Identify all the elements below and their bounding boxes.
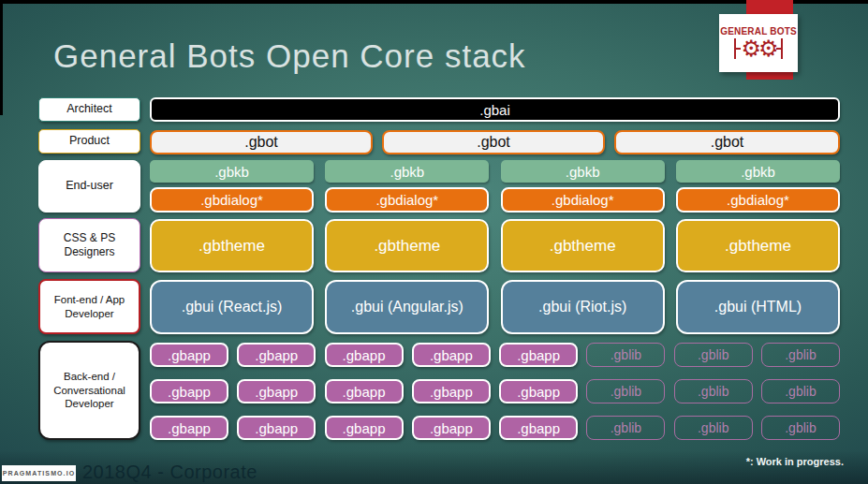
role-label-architect: Architect	[38, 97, 140, 122]
gbui-html-box: .gbui (HTML)	[676, 280, 840, 334]
pragmatismo-brand-badge: PRAGMATISMO.IO	[2, 465, 76, 481]
gbkb-row: .gbkb .gbkb .gbkb .gbkb	[150, 160, 840, 183]
slide-title: General Bots Open Core stack	[53, 37, 526, 75]
gblib-box: .gblib	[586, 343, 665, 367]
work-in-progress-footnote: *: Work in progress.	[746, 456, 844, 467]
left-black-notch	[0, 0, 3, 115]
general-bots-logo: GENERAL BOTS ⚙ ⚙	[719, 14, 798, 72]
gbapp-box: .gbapp	[499, 343, 578, 367]
gbkb-box: .gbkb	[325, 160, 489, 183]
backend-row-1: .gbapp .gbapp .gbapp .gbapp .gbapp .gbli…	[150, 343, 840, 367]
gbapp-box: .gbapp	[150, 343, 228, 367]
gbkb-box: .gbkb	[150, 160, 314, 183]
gbkb-box: .gbkb	[676, 160, 840, 183]
gears-icon: ⚙ ⚙	[734, 37, 782, 60]
gbapp-box: .gbapp	[237, 379, 316, 403]
footer-text: 2018Q4 - Corporate	[82, 462, 257, 483]
gbapp-box: .gbapp	[150, 416, 228, 440]
gbot-row: .gbot .gbot .gbot	[150, 130, 840, 154]
gblib-box: .gblib	[761, 343, 840, 367]
gear-icon: ⚙	[758, 37, 776, 60]
backend-row-2: .gbapp .gbapp .gbapp .gbapp .gbapp .gbli…	[150, 379, 840, 403]
gbapp-box: .gbapp	[150, 379, 228, 403]
gbui-react-box: .gbui (React.js)	[150, 280, 314, 334]
gbai-box: .gbai	[150, 97, 840, 122]
role-label-end-user: End-user	[38, 160, 140, 213]
gear-icon: ⚙	[741, 37, 758, 60]
gbkb-box: .gbkb	[501, 160, 665, 183]
gbtheme-row: .gbtheme .gbtheme .gbtheme .gbtheme	[150, 219, 840, 272]
gbtheme-box: .gbtheme	[325, 219, 489, 272]
gbtheme-box: .gbtheme	[150, 219, 314, 272]
gbapp-box: .gbapp	[412, 343, 491, 367]
role-label-backend: Back-end / Conversational Developer	[38, 341, 140, 440]
gbdialog-box: .gbdialog*	[325, 187, 489, 213]
gbdialog-row: .gbdialog* .gbdialog* .gbdialog* .gbdial…	[150, 187, 840, 213]
role-label-frontend: Font-end / App Developer	[38, 279, 140, 334]
gbui-riot-box: .gbui (Riot.js)	[501, 280, 665, 334]
gbdialog-box: .gbdialog*	[676, 187, 840, 213]
gbui-angular-box: .gbui (Angular.js)	[325, 280, 489, 334]
gbai-row: .gbai	[150, 97, 840, 122]
gbtheme-box: .gbtheme	[676, 219, 840, 272]
gblib-box: .gblib	[674, 416, 753, 440]
gbapp-box: .gbapp	[325, 416, 404, 440]
gbapp-box: .gbapp	[325, 343, 404, 367]
gbot-box: .gbot	[614, 130, 840, 154]
role-label-product: Product	[38, 129, 140, 154]
gblib-box: .gblib	[586, 379, 665, 403]
gbapp-box: .gbapp	[499, 416, 578, 440]
role-label-designers: CSS & PS Designers	[38, 218, 140, 272]
gblib-box: .gblib	[586, 416, 665, 440]
gbapp-box: .gbapp	[237, 416, 316, 440]
gbapp-box: .gbapp	[237, 343, 316, 367]
gbot-box: .gbot	[150, 130, 373, 154]
gbdialog-box: .gbdialog*	[150, 187, 314, 213]
gbapp-box: .gbapp	[499, 379, 578, 403]
gblib-box: .gblib	[761, 416, 840, 440]
gblib-box: .gblib	[674, 379, 753, 403]
gblib-box: .gblib	[674, 343, 753, 367]
gbot-box: .gbot	[382, 130, 605, 154]
top-black-bar	[0, 0, 868, 4]
gbapp-box: .gbapp	[412, 416, 491, 440]
gblib-box: .gblib	[761, 379, 840, 403]
gbtheme-box: .gbtheme	[501, 219, 665, 272]
gbapp-box: .gbapp	[325, 379, 404, 403]
slide-canvas: General Bots Open Core stack GENERAL BOT…	[0, 0, 868, 484]
gbapp-box: .gbapp	[412, 379, 491, 403]
gear-bar-right-icon	[781, 38, 783, 59]
backend-row-3: .gbapp .gbapp .gbapp .gbapp .gbapp .gbli…	[150, 416, 840, 440]
gbdialog-box: .gbdialog*	[501, 187, 665, 213]
gbui-row: .gbui (React.js) .gbui (Angular.js) .gbu…	[150, 280, 840, 334]
